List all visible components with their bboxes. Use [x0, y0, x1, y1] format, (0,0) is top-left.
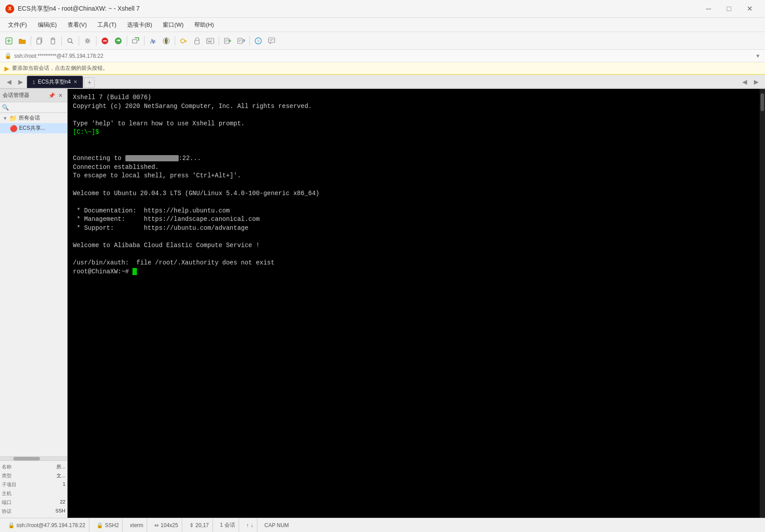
paste-button[interactable] [47, 35, 59, 47]
tab-nav-left[interactable]: ◀ [4, 76, 14, 88]
caps-lock-text: CAP NUM [264, 522, 289, 528]
search-icon: 🔍 [2, 104, 9, 111]
session-panel-actions: 📌 ✕ [48, 92, 64, 100]
terminal-line-7 [73, 146, 754, 155]
toolbar-separator-7 [175, 36, 175, 46]
help-button[interactable]: ? [252, 35, 264, 47]
lock-button[interactable] [191, 35, 203, 47]
tab-add-button[interactable]: + [84, 77, 95, 88]
toolbar-separator-5 [127, 36, 127, 46]
toolbar-separator-8 [219, 36, 219, 46]
font-button[interactable]: Aa [147, 35, 159, 47]
folder-icon: 📁 [9, 115, 17, 122]
session-panel-title: 会话管理器 [3, 92, 29, 99]
toolbar-separator-4 [96, 36, 96, 46]
prompt-text: [C:\~]$ [73, 128, 99, 136]
terminal-line-13 [73, 198, 754, 207]
prop-name-label: 名称 [2, 464, 12, 470]
terminal-line-21: root@ChinaXW:~# [73, 268, 754, 276]
svg-line-8 [72, 42, 73, 44]
tab-ecs-session[interactable]: 1 ECS共享型n4 ✕ [27, 76, 83, 88]
status-sessions: 1 会话 [216, 518, 239, 532]
svg-rect-6 [52, 38, 54, 40]
toolbar-separator-2 [61, 36, 62, 46]
tab-scroll-right[interactable]: ▶ [751, 76, 761, 88]
svg-rect-24 [208, 40, 208, 40]
status-sessions-text: 1 会话 [220, 521, 235, 529]
key-button[interactable] [177, 35, 190, 47]
terminal[interactable]: Xshell 7 (Build 0076) Copyright (c) 2020… [68, 89, 760, 518]
menu-window[interactable]: 窗口(W) [158, 19, 188, 31]
menu-edit[interactable]: 编辑(E) [33, 19, 61, 31]
terminal-line-1: Xshell 7 (Build 0076) [73, 93, 754, 102]
svg-rect-23 [207, 38, 214, 44]
session-search-bar: 🔍 [0, 102, 67, 113]
prop-type: 类型 文... [2, 472, 65, 480]
tab-nav-right-btn[interactable]: ▶ [15, 76, 26, 88]
tab-nav-right-group: ◀ ▶ [739, 76, 761, 88]
close-button[interactable]: ✕ [739, 2, 760, 16]
transfer-button[interactable] [221, 35, 234, 47]
svg-rect-4 [37, 39, 41, 44]
prop-children-label: 子项目 [2, 481, 16, 488]
zoom-in-button[interactable] [129, 35, 142, 47]
terminal-line-4: Type 'help' to learn how to use Xshell p… [73, 120, 754, 128]
menu-help[interactable]: 帮助(H) [190, 19, 218, 31]
blurred-ip [125, 155, 179, 161]
terminal-line-20: /usr/bin/xauth: file /root/.Xauthority d… [73, 259, 754, 268]
menu-tabs[interactable]: 选项卡(B) [123, 19, 156, 31]
chat-button[interactable] [265, 35, 278, 47]
reconnect-button[interactable] [112, 35, 124, 47]
tree-item-label: 所有会话 [19, 114, 40, 122]
minimize-button[interactable]: ─ [698, 2, 719, 16]
session-properties: 名称 所... 类型 文... 子项目 1 主机 端口 22 协议 SSH [0, 460, 67, 518]
main-area: 会话管理器 📌 ✕ 🔍 ▼ 📁 所有会话 🔴 ECS共享... [0, 89, 765, 518]
settings-button[interactable] [81, 35, 94, 47]
edit-transfer-button[interactable] [235, 35, 247, 47]
tree-item-all-sessions[interactable]: ▼ 📁 所有会话 [0, 113, 67, 123]
terminal-line-12: Welcome to Ubuntu 20.04.3 LTS (GNU/Linux… [73, 189, 754, 198]
session-panel: 会话管理器 📌 ✕ 🔍 ▼ 📁 所有会话 🔴 ECS共享... [0, 89, 68, 518]
prop-children-value: 1 [63, 481, 65, 488]
menu-tools[interactable]: 工具(T) [93, 19, 121, 31]
tree-item-ecs-session[interactable]: 🔴 ECS共享... [0, 123, 67, 133]
pin-button[interactable]: 📌 [48, 92, 56, 100]
status-encoding-text: xterm [130, 522, 143, 528]
title-bar-left: X ECS共享型n4 - root@ChinaXW: ~ - Xshell 7 [5, 4, 140, 13]
scrollbar-thumb[interactable] [761, 93, 764, 111]
new-session-button[interactable] [3, 35, 15, 47]
menu-file[interactable]: 文件(F) [4, 19, 32, 31]
tab-scroll-left[interactable]: ◀ [739, 76, 750, 88]
prop-port-value: 22 [60, 499, 65, 506]
terminal-scrollbar[interactable] [760, 89, 765, 518]
copy-button[interactable] [33, 35, 46, 47]
session-search-input[interactable] [11, 104, 65, 111]
status-protocol-text: SSH2 [105, 522, 119, 528]
open-folder-button[interactable] [16, 35, 28, 47]
terminal-line-15: * Management: https://landscape.canonica… [73, 215, 754, 224]
keyboard-button[interactable] [204, 35, 216, 47]
session-panel-close[interactable]: ✕ [56, 92, 64, 100]
maximize-button[interactable]: □ [719, 2, 739, 16]
status-connection: 🔒 ssh://root@47.95.194.178:22 [4, 518, 89, 532]
menu-view[interactable]: 查看(V) [63, 19, 91, 31]
tab-close-button[interactable]: ✕ [73, 79, 77, 85]
terminal-line-17 [73, 233, 754, 242]
prop-host-label: 主机 [2, 490, 12, 497]
status-cursor: ⇕ 20,17 [186, 518, 213, 532]
window-title: ECS共享型n4 - root@ChinaXW: ~ - Xshell 7 [18, 5, 140, 13]
prop-protocol: 协议 SSH [2, 507, 65, 516]
arrow-down-icon: ↓ [251, 522, 253, 528]
prop-name: 名称 所... [2, 463, 65, 472]
prop-protocol-label: 协议 [2, 508, 12, 515]
disconnect-button[interactable] [99, 35, 111, 47]
color-button[interactable] [160, 35, 172, 47]
address-dropdown-icon[interactable]: ▼ [755, 53, 761, 59]
terminal-line-10: To escape to local shell, press 'Ctrl+Al… [73, 172, 754, 180]
terminal-line-16: * Support: https://ubuntu.com/advantage [73, 224, 754, 233]
find-button[interactable] [64, 35, 76, 47]
svg-point-9 [87, 40, 89, 42]
prop-port: 端口 22 [2, 498, 65, 507]
status-connection-text: ssh://root@47.95.194.178:22 [16, 522, 85, 528]
svg-text:?: ? [257, 38, 260, 44]
